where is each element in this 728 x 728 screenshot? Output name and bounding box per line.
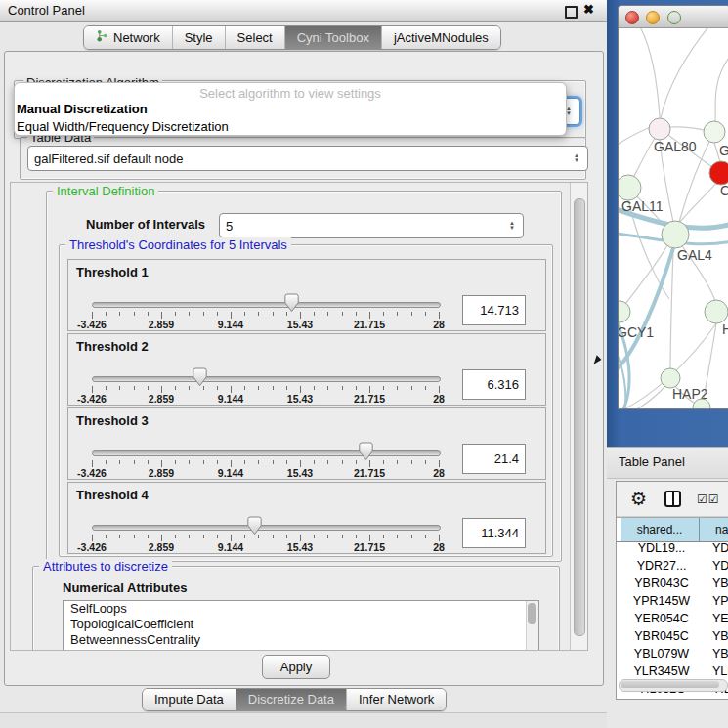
- network-node[interactable]: [704, 121, 725, 143]
- slider-track[interactable]: [92, 376, 441, 382]
- slider-tick: [119, 386, 120, 390]
- slider-tick: [119, 535, 120, 538]
- slider-tick: [273, 386, 274, 390]
- threshold-label: Threshold 3: [76, 413, 149, 428]
- close-icon[interactable]: ✖: [583, 2, 594, 17]
- network-node[interactable]: [661, 368, 680, 388]
- bottom-tab-infer-network[interactable]: Infer Network: [347, 689, 446, 710]
- hscrollbar-thumb[interactable]: [621, 681, 719, 688]
- network-icon: [96, 29, 108, 45]
- cell-shared-name: YER054C: [617, 612, 703, 629]
- bottom-tab-discretize-data[interactable]: Discretize Data: [236, 689, 347, 710]
- network-node[interactable]: [619, 175, 641, 200]
- num-intervals-label: Number of Intervals: [86, 217, 205, 232]
- network-node[interactable]: [649, 118, 670, 140]
- slider-tick: [148, 460, 149, 464]
- table-data-combo[interactable]: galFiltered.sif default node ▲▼: [27, 146, 588, 171]
- slider-thumb[interactable]: [193, 367, 207, 387]
- slider-tick: [397, 386, 398, 390]
- network-window-titlebar[interactable]: [619, 6, 728, 28]
- algorithm-option[interactable]: Equal Width/Frequency Discretization: [15, 118, 566, 136]
- table-row[interactable]: YDR27...YDR27...: [617, 559, 728, 577]
- slider-tick: [203, 312, 204, 316]
- network-node[interactable]: [662, 221, 689, 248]
- threshold-value-box[interactable]: 21.4: [462, 444, 526, 474]
- slider-tick: [119, 312, 120, 316]
- tick-label: 2.859: [149, 541, 174, 553]
- slider-track[interactable]: [92, 525, 441, 531]
- slider-tick: [273, 312, 274, 316]
- threshold-value-box[interactable]: 6.316: [462, 369, 526, 400]
- panel-title: Control Panel: [8, 3, 85, 18]
- attributes-list[interactable]: SelfLoopsTopologicalCoefficientBetweenne…: [63, 600, 539, 651]
- network-node-label: GAL80: [654, 139, 697, 154]
- table-row[interactable]: YDL19...YDL19...: [617, 541, 728, 559]
- table-row[interactable]: YBL079WYBL079W: [617, 647, 728, 664]
- bottom-tab-impute-data[interactable]: Impute Data: [143, 689, 236, 710]
- num-intervals-combo[interactable]: 5 ▲▼: [219, 213, 524, 238]
- tick-label: 21.715: [354, 541, 385, 553]
- tab-select[interactable]: Select: [226, 26, 285, 49]
- float-window-icon[interactable]: [565, 6, 578, 19]
- network-node[interactable]: [619, 301, 630, 322]
- list-scrollbar-thumb[interactable]: [528, 603, 536, 624]
- tick-label: 2.859: [149, 319, 174, 330]
- slider-tick: [397, 460, 398, 464]
- column-header-name[interactable]: na: [700, 518, 728, 541]
- tick-label: 28: [433, 319, 445, 330]
- slider-tick: [356, 312, 357, 316]
- tab-cyni-toolbox[interactable]: Cyni Toolbox: [285, 26, 382, 49]
- threshold-panel: Threshold 2-3.4262.8599.14415.4321.71528…: [67, 333, 546, 406]
- slider-tick: [273, 535, 274, 538]
- slider-tick: [314, 535, 315, 538]
- threshold-value-box[interactable]: 11.344: [462, 518, 526, 548]
- table-row[interactable]: YER054CYER054C: [617, 612, 728, 629]
- tick-label: 9.144: [218, 393, 243, 405]
- tick-label: 15.43: [287, 467, 313, 479]
- apply-button[interactable]: Apply: [262, 655, 330, 679]
- slider-tick: [134, 312, 135, 316]
- table-row[interactable]: YPR145WYPR145W: [617, 594, 728, 612]
- slider-tick: [119, 460, 120, 464]
- cell-shared-name: YPR145W: [617, 594, 703, 612]
- cell-shared-name: YDL19...: [617, 541, 703, 559]
- cell-shared-name: YBR043C: [617, 577, 703, 594]
- numerical-attributes-label: Numerical Attributes: [63, 580, 187, 595]
- tab-network[interactable]: Network: [84, 26, 173, 49]
- split-view-icon[interactable]: [664, 491, 681, 507]
- gear-icon[interactable]: ⚙: [630, 488, 647, 510]
- close-traffic-icon[interactable]: [625, 11, 639, 24]
- table-row[interactable]: YBR043CYBR043C: [617, 577, 728, 594]
- settings-scrollbar-thumb[interactable]: [574, 198, 585, 636]
- network-node[interactable]: [709, 161, 728, 185]
- slider-tick: [217, 386, 218, 390]
- slider-thumb[interactable]: [247, 516, 262, 535]
- settings-vertical-scrollbar[interactable]: [570, 183, 587, 650]
- zoom-traffic-icon[interactable]: [667, 11, 681, 24]
- table-row[interactable]: YBR045CYBR045C: [617, 629, 728, 647]
- list-scrollbar[interactable]: [526, 601, 538, 651]
- table-body: YDL19...YDL19...YDR27...YDR27...YBR043CY…: [617, 541, 728, 699]
- select-columns-icon[interactable]: ☑☑: [697, 492, 720, 506]
- slider-track[interactable]: [92, 450, 441, 456]
- interval-definition-title: Interval Definition: [53, 184, 158, 198]
- tab-style[interactable]: Style: [173, 26, 226, 49]
- minimize-traffic-icon[interactable]: [646, 11, 660, 24]
- slider-thumb[interactable]: [284, 293, 299, 313]
- slider-track[interactable]: [92, 302, 441, 308]
- slider-thumb[interactable]: [359, 442, 373, 461]
- algorithm-option[interactable]: Manual Discretization: [15, 101, 566, 118]
- network-canvas[interactable]: GAL80GACGAL11GAL4GCY1HHAP2: [619, 28, 728, 409]
- attribute-list-item[interactable]: SelfLoops: [64, 601, 538, 617]
- threshold-value-box[interactable]: 14.713: [462, 295, 526, 325]
- spinner-arrows-icon: ▲▼: [566, 107, 574, 116]
- table-horizontal-scrollbar[interactable]: [619, 679, 728, 692]
- network-node[interactable]: [705, 300, 728, 323]
- slider-tick: [244, 460, 245, 464]
- attribute-list-item[interactable]: BetweennessCentrality: [64, 632, 538, 648]
- attribute-list-item[interactable]: TopologicalCoefficient: [64, 617, 538, 632]
- slider-tick: [327, 460, 328, 464]
- slider-tick: [92, 386, 93, 393]
- column-header-shared-name[interactable]: shared...: [621, 518, 700, 541]
- tab-jactivemnodules[interactable]: jActiveMNodules: [382, 26, 500, 49]
